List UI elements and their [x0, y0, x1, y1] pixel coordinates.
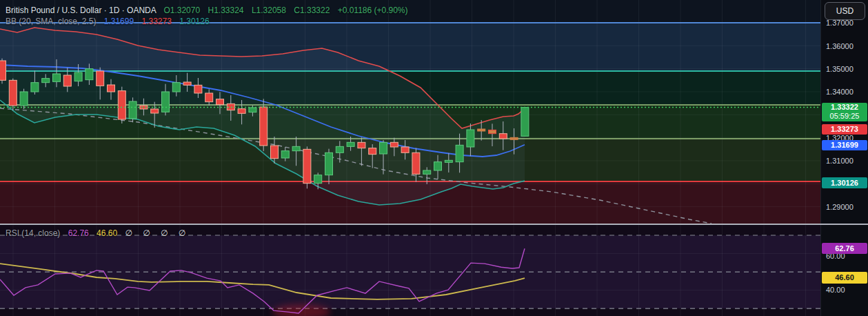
candle-body[interactable] [281, 151, 289, 158]
candle-body[interactable] [358, 142, 365, 148]
rsi-value-badge: 62.76 [822, 243, 867, 254]
candle-body[interactable] [140, 106, 148, 109]
rsi-ma-badge: 46.60 [822, 272, 867, 284]
bb-upper-badge: 1.33273 [822, 124, 867, 135]
candle-body[interactable] [445, 160, 452, 162]
symbol-title: British Pound / U.S. Dollar · 1D · OANDA [6, 6, 156, 15]
candle-body[interactable] [369, 148, 376, 155]
candle-body[interactable] [347, 142, 354, 146]
axis-tick-label: 40.00 [826, 286, 845, 294]
candle-body[interactable] [303, 149, 311, 183]
candle-body[interactable] [151, 109, 159, 113]
candle-body[interactable] [20, 92, 28, 106]
candle-body[interactable] [74, 72, 82, 81]
candle-body[interactable] [478, 129, 485, 131]
rsi-value: 62.76 [68, 228, 89, 238]
rsi-band-fill [0, 235, 820, 308]
symbol-legend-row[interactable]: British Pound / U.S. Dollar · 1D · OANDA… [6, 6, 408, 15]
bb-basis-value: 1.31699 [104, 17, 134, 26]
candle-body[interactable] [489, 130, 496, 133]
candle-body[interactable] [205, 93, 213, 102]
axis-tick-label: 1.36000 [826, 42, 854, 50]
countdown-timer: 05:59:25 [822, 112, 867, 121]
rsi-legend-row[interactable]: RSI (14, close) 62.76 46.60 ∅ ∅ ∅ ∅ [6, 228, 190, 238]
rsi-label: RSI (14, close) [6, 228, 60, 238]
candle-body[interactable] [183, 82, 191, 85]
candle-body[interactable] [292, 146, 300, 150]
candle-body[interactable] [390, 142, 398, 147]
candle-body[interactable] [412, 152, 420, 174]
ohlc-close: C1.33322 [294, 6, 330, 15]
candle-body[interactable] [510, 137, 518, 139]
pane-divider[interactable] [0, 224, 868, 225]
candle-body[interactable] [260, 107, 268, 146]
last-price-badge: 1.3332205:59:25 [822, 103, 867, 121]
candle-body[interactable] [380, 142, 387, 154]
bb-legend-row[interactable]: BB (20, SMA, close, 2.5) 1.31699 1.33273… [6, 17, 210, 26]
ohlc-low: L1.32058 [252, 6, 286, 15]
axis-tick-label: 1.35000 [826, 65, 854, 73]
candle-body[interactable] [42, 79, 50, 83]
price-scale[interactable]: 1.370001.360001.350001.340001.320001.310… [820, 0, 868, 316]
rsi-hidden-values: ∅ ∅ ∅ ∅ [125, 228, 190, 238]
candle-body[interactable] [118, 91, 125, 119]
rsi-ma-value: 46.60 [97, 228, 117, 238]
chart-canvas[interactable] [0, 0, 868, 316]
ohlc-high: H1.33324 [208, 6, 243, 15]
candle-body[interactable] [271, 146, 279, 159]
candle-body[interactable] [108, 85, 115, 92]
candle-body[interactable] [314, 175, 322, 184]
candle-body[interactable] [336, 146, 343, 152]
candle-body[interactable] [434, 162, 442, 170]
candle-body[interactable] [467, 130, 474, 147]
candle-body[interactable] [423, 170, 431, 174]
candle-body[interactable] [238, 109, 245, 114]
ohlc-open: O1.32070 [163, 6, 200, 15]
axis-tick-label: 1.29000 [826, 203, 854, 211]
candle-body[interactable] [162, 92, 170, 112]
candle-body[interactable] [129, 101, 137, 119]
candle-body[interactable] [499, 134, 507, 139]
candle-body[interactable] [521, 108, 529, 137]
change-value: +0.01186 (+0.90%) [338, 6, 408, 15]
bb-lower-badge: 1.30126 [822, 177, 867, 188]
bb-lower-value: 1.30126 [179, 17, 209, 26]
candle-body[interactable] [0, 61, 6, 80]
candle-body[interactable] [63, 75, 71, 86]
candle-body[interactable] [456, 145, 463, 161]
candle-body[interactable] [401, 147, 409, 152]
candle-body[interactable] [97, 71, 104, 86]
currency-toggle-button[interactable]: USD [825, 2, 865, 20]
candle-body[interactable] [85, 69, 93, 80]
candle-body[interactable] [249, 108, 256, 112]
axis-tick-label: 1.31000 [826, 157, 854, 165]
bb-basis-badge: 1.31699 [822, 140, 867, 150]
bb-label: BB (20, SMA, close, 2.5) [6, 17, 96, 26]
candle-body[interactable] [325, 152, 333, 175]
bb-upper-value: 1.33273 [141, 17, 171, 26]
candle-body[interactable] [53, 74, 61, 81]
candle-body[interactable] [9, 80, 17, 106]
candle-body[interactable] [172, 83, 180, 92]
candle-body[interactable] [31, 83, 39, 92]
candle-body[interactable] [216, 99, 224, 105]
tradingview-chart-window: British Pound / U.S. Dollar · 1D · OANDA… [0, 0, 868, 316]
axis-tick-label: 1.34000 [826, 88, 854, 96]
candle-body[interactable] [194, 85, 202, 93]
